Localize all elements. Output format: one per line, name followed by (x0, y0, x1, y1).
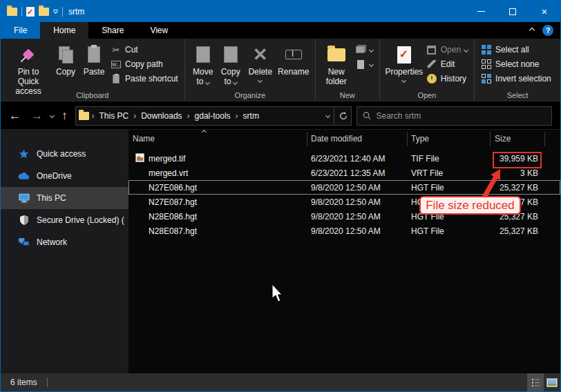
tab-share[interactable]: Share (88, 22, 137, 39)
breadcrumb: › This PC › Downloads › gdal-tools › srt… (89, 111, 326, 121)
refresh-icon[interactable] (339, 111, 348, 121)
history-button[interactable]: History (424, 72, 470, 85)
help-icon[interactable]: ? (542, 25, 553, 36)
minimize-ribbon-icon[interactable] (529, 28, 535, 33)
tab-file[interactable]: File (1, 22, 40, 39)
sidebar-item-label: OneDrive (37, 171, 72, 181)
details-view-button[interactable] (527, 373, 544, 391)
chevron-down-icon (258, 78, 263, 83)
copy-to-button[interactable]: Copy to (217, 41, 245, 88)
view-toggles (527, 373, 560, 391)
copy-icon (59, 46, 73, 63)
column-header-size[interactable]: Size (495, 134, 511, 144)
sidebar-item-label: Network (37, 237, 67, 247)
cut-button[interactable]: ✂ Cut (108, 43, 180, 56)
select-all-button[interactable]: Select all (479, 43, 553, 56)
invert-selection-button[interactable]: Invert selection (479, 72, 553, 85)
sidebar: Quick access OneDrive This PC Secure Dri… (1, 130, 129, 373)
new-item-button[interactable] (353, 43, 375, 56)
copy-button[interactable]: Copy (52, 41, 79, 79)
edit-icon (427, 60, 436, 69)
properties-button[interactable]: Properties (384, 41, 424, 84)
copy-path-button[interactable]: W... Copy path (108, 58, 180, 70)
tab-home[interactable]: Home (40, 22, 88, 39)
paste-button[interactable]: Paste (79, 41, 108, 79)
easy-access-icon (357, 60, 364, 69)
sidebar-item-onedrive[interactable]: OneDrive (1, 165, 129, 187)
customize-qat-icon[interactable] (53, 10, 58, 13)
file-row-n27e086[interactable]: N27E086.hgt 9/8/2020 12:50 AM HGT File 2… (129, 180, 560, 195)
move-to-button[interactable]: Move to (189, 41, 217, 88)
breadcrumb-downloads[interactable]: Downloads (139, 111, 184, 121)
column-header-name[interactable]: Name (133, 134, 155, 144)
copy-path-icon: W... (111, 61, 121, 68)
new-folder-button[interactable]: New folder (320, 41, 353, 88)
close-button[interactable]: × (529, 1, 560, 22)
column-divider[interactable] (307, 132, 307, 146)
column-divider[interactable] (490, 132, 491, 146)
ribbon-group-open: Properties Open Edit History Open (380, 39, 475, 101)
paste-shortcut-button[interactable]: Paste shortcut (108, 72, 180, 85)
file-row-n28e087[interactable]: N28E087.hgt 9/8/2020 12:50 AM HGT File 2… (129, 224, 560, 238)
details-view-icon (531, 378, 540, 387)
breadcrumb-srtm[interactable]: srtm (241, 111, 261, 121)
thumbnail-view-button[interactable] (544, 373, 560, 391)
pushpin-icon (23, 49, 35, 61)
chevron-down-icon (464, 47, 468, 52)
annotation-callout: File size reduced (419, 196, 521, 215)
image-file-icon (135, 153, 144, 164)
sidebar-item-secure-drive[interactable]: Secure Drive (Locked) ( (1, 209, 129, 231)
properties-icon[interactable] (26, 7, 35, 17)
pin-to-quick-access-button[interactable]: Pin to Quick access (5, 41, 52, 97)
search-input[interactable] (377, 111, 546, 121)
breadcrumb-this-pc[interactable]: This PC (97, 111, 131, 121)
select-all-icon (482, 45, 491, 55)
easy-access-button[interactable] (353, 58, 375, 70)
column-divider[interactable] (544, 132, 545, 146)
tab-view[interactable]: View (137, 22, 181, 39)
sidebar-item-this-pc[interactable]: This PC (1, 187, 129, 209)
breadcrumb-separator: › (133, 111, 136, 121)
divider (47, 378, 48, 387)
annotation-text: File size reduced (426, 199, 515, 213)
size-highlight-box (493, 152, 542, 168)
status-bar: 6 items (1, 373, 560, 391)
address-dropdown-icon[interactable] (325, 113, 330, 118)
minimize-button[interactable] (465, 1, 497, 22)
quick-access-toolbar (1, 7, 63, 17)
scissors-icon: ✂ (111, 44, 122, 55)
chevron-down-icon (369, 47, 374, 52)
breadcrumb-separator: › (187, 111, 190, 121)
folder-icon (79, 112, 89, 120)
up-button[interactable]: ↑ (59, 109, 70, 123)
shield-icon (18, 215, 30, 225)
delete-button[interactable]: ✕ Delete (245, 41, 276, 84)
column-divider[interactable] (407, 132, 408, 146)
search-box[interactable] (356, 106, 553, 126)
window-title: srtm (68, 7, 84, 17)
back-button[interactable]: ← (6, 109, 23, 123)
sidebar-item-quick-access[interactable]: Quick access (1, 143, 129, 165)
new-folder-icon[interactable] (39, 8, 49, 16)
explorer-window: srtm × File Home Share View ? Pin to Qui… (0, 0, 561, 392)
column-headers: Name Date modified Type Size (129, 130, 560, 148)
forward-button[interactable]: → (28, 109, 46, 123)
column-header-type[interactable]: Type (411, 134, 429, 144)
sidebar-item-label: This PC (37, 193, 66, 203)
column-header-date-modified[interactable]: Date modified (311, 134, 362, 144)
sidebar-item-network[interactable]: Network (1, 231, 129, 253)
explorer-app-icon (7, 8, 17, 16)
ribbon-group-select: Select all Select none Invert selection … (475, 39, 560, 101)
breadcrumb-gdal-tools[interactable]: gdal-tools (193, 111, 233, 121)
rename-button[interactable]: Rename (276, 41, 311, 79)
open-button[interactable]: Open (424, 43, 470, 56)
recent-locations-icon[interactable] (50, 113, 55, 118)
address-bar[interactable]: › This PC › Downloads › gdal-tools › srt… (75, 106, 352, 126)
select-none-button[interactable]: Select none (479, 58, 553, 70)
close-icon: × (542, 6, 548, 17)
edit-button[interactable]: Edit (424, 58, 470, 70)
group-label-clipboard: Clipboard (1, 91, 184, 99)
maximize-button[interactable] (497, 1, 529, 22)
paste-icon (88, 46, 100, 63)
copy-to-icon (224, 46, 238, 63)
